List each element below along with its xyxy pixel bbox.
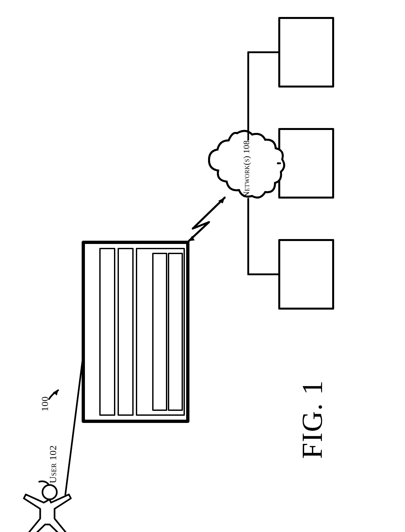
diagram-svg-overlay <box>0 0 405 532</box>
diagram-page: 100 User 102 User Device 104 Processor(s… <box>0 0 405 532</box>
network-label-overlay: Network(s) 108 <box>242 140 251 198</box>
